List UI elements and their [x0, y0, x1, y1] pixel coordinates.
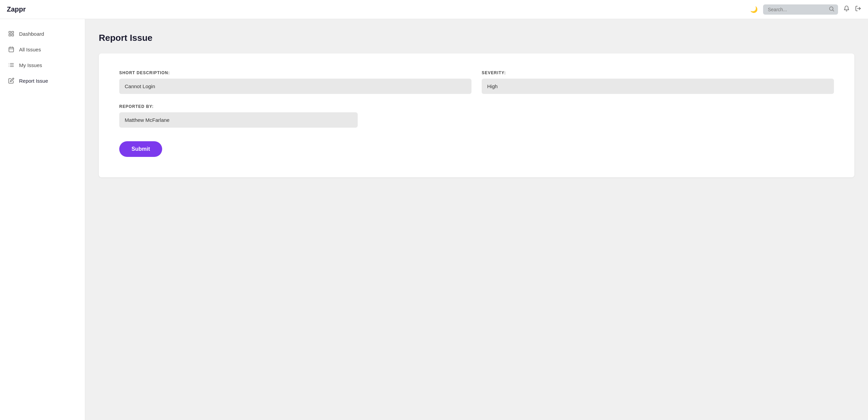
reported-by-input[interactable]: [119, 112, 358, 128]
sidebar-item-label: My Issues: [19, 62, 42, 68]
edit-icon: [8, 78, 14, 84]
search-icon: [828, 6, 835, 13]
bell-icon[interactable]: [843, 5, 850, 13]
svg-rect-5: [12, 34, 14, 36]
reported-by-label: REPORTED BY:: [119, 104, 834, 109]
sidebar-item-label: Dashboard: [19, 31, 44, 37]
short-description-label: SHORT DESCRIPTION:: [119, 70, 471, 75]
calendar-icon: [8, 46, 14, 52]
svg-rect-3: [9, 31, 11, 33]
header: Zappr 🌙: [0, 0, 868, 19]
sidebar-item-report-issue[interactable]: Report Issue: [0, 73, 85, 88]
severity-label: SEVERITY:: [482, 70, 834, 75]
header-actions: 🌙: [750, 4, 861, 15]
sidebar-item-my-issues[interactable]: My Issues: [0, 57, 85, 73]
app-logo: Zappr: [7, 5, 26, 13]
sidebar-item-dashboard[interactable]: Dashboard: [0, 26, 85, 42]
report-issue-form-card: SHORT DESCRIPTION: SEVERITY: REPORTED BY…: [99, 53, 854, 177]
page-title: Report Issue: [99, 33, 854, 43]
search-container: [763, 4, 838, 15]
svg-rect-4: [12, 31, 14, 33]
submit-button[interactable]: Submit: [119, 141, 162, 157]
list-icon: [8, 62, 14, 68]
layout: Dashboard All Issues My Issues Report Is…: [0, 19, 868, 420]
sidebar-item-all-issues[interactable]: All Issues: [0, 42, 85, 57]
short-description-input[interactable]: [119, 79, 471, 94]
svg-line-1: [833, 10, 834, 11]
severity-input[interactable]: [482, 79, 834, 94]
form-group-short-description: SHORT DESCRIPTION:: [119, 70, 471, 94]
form-group-reported-by: REPORTED BY:: [119, 104, 834, 128]
grid-icon: [8, 31, 14, 37]
form-row-1: SHORT DESCRIPTION: SEVERITY:: [119, 70, 834, 94]
dark-mode-icon[interactable]: 🌙: [750, 6, 758, 13]
svg-rect-6: [9, 34, 11, 36]
svg-point-0: [830, 7, 833, 11]
svg-rect-7: [9, 47, 14, 52]
sidebar-item-label: Report Issue: [19, 78, 48, 84]
search-input[interactable]: [763, 4, 838, 15]
main-content: Report Issue SHORT DESCRIPTION: SEVERITY…: [85, 19, 868, 420]
form-group-severity: SEVERITY:: [482, 70, 834, 94]
logout-icon[interactable]: [855, 5, 861, 13]
sidebar: Dashboard All Issues My Issues Report Is…: [0, 19, 85, 420]
sidebar-item-label: All Issues: [19, 47, 41, 52]
